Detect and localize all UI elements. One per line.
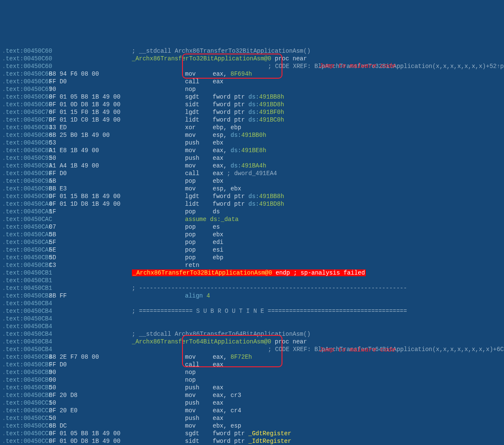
asm-line[interactable]: .text:00450C9D0F 01 15 B8 1B 49 00lgdtfw…: [2, 193, 502, 200]
asm-line[interactable]: .text:00450CB28B FFalign 4: [2, 292, 502, 300]
asm-line[interactable]: .text:00450CBB90nop: [2, 368, 502, 376]
asm-content: moveax, cr3: [132, 391, 241, 399]
asm-line[interactable]: .text:00450C8C53pushebx: [2, 139, 502, 147]
address: .text:00450CAF: [2, 246, 49, 254]
asm-line[interactable]: .text:00450C9B8B E3movesp, ebx: [2, 185, 502, 193]
hex-bytes: 5B: [49, 177, 132, 185]
asm-content: moveax, ds:491BE8h: [132, 147, 266, 154]
asm-line[interactable]: .text:00450CAB1Fpopds: [2, 208, 502, 215]
asm-content: xorebp, ebp: [132, 124, 241, 131]
hex-bytes: 33 ED: [49, 124, 132, 131]
asm-line[interactable]: .text:00450CC150pusheax: [2, 399, 502, 407]
hex-bytes: 0F 01 0D D8 1B 49 00: [49, 101, 132, 108]
asm-content: pusheax: [132, 384, 223, 391]
asm-line[interactable]: .text:00450C868B 25 B0 1B 49 00movesp, d…: [2, 131, 502, 139]
asm-line[interactable]: .text:00450CAD5Bpopebx: [2, 231, 502, 238]
asm-line[interactable]: .text:00450C98FF D0calleax ; dword_491EA…: [2, 170, 502, 177]
asm-line[interactable]: .text:00450CB1_Archx86TransferTo32BitApp…: [2, 269, 502, 277]
address: .text:00450CC6: [2, 422, 49, 430]
address: .text:00450C93: [2, 162, 49, 170]
asm-line[interactable]: .text:00450CB4; CODE XREF: BlpArchTransf…: [2, 346, 502, 353]
asm-content: sidtfword ptr _IdtRegister: [132, 437, 291, 445]
asm-line[interactable]: .text:00450C9250pusheax: [2, 154, 502, 162]
asm-line[interactable]: .text:00450CB4: [2, 315, 502, 323]
asm-line[interactable]: .text:00450CB4; __stdcall Archx86Transfe…: [2, 330, 502, 338]
asm-line[interactable]: .text:00450CB1; ------------------------…: [2, 284, 502, 292]
asm-line[interactable]: .text:00450CB4_Archx86TransferTo64BitApp…: [2, 338, 502, 346]
disassembly-view[interactable]: .text:00450C60; __stdcall Archx86Transfe…: [2, 32, 502, 445]
asm-content: ; CODE XREF: BlpArchTransferTo64BitAppli…: [132, 346, 504, 353]
asm-line[interactable]: .text:00450CAC07popes: [2, 223, 502, 231]
asm-line[interactable]: .text:00450CB4B8 2E F7 08 00moveax, 8F72…: [2, 353, 502, 361]
asm-line[interactable]: .text:00450CB1C3retn: [2, 261, 502, 269]
asm-line[interactable]: .text:00450C93A1 A4 1B 49 00moveax, ds:4…: [2, 162, 502, 170]
asm-line[interactable]: .text:00450CAE5Fpopedi: [2, 238, 502, 246]
address: .text:00450CB1: [2, 277, 49, 284]
asm-content: popds: [132, 208, 220, 215]
address: .text:00450CBC: [2, 376, 49, 384]
address: .text:00450C8D: [2, 147, 49, 154]
asm-line[interactable]: .text:00450C8DA1 E8 1B 49 00moveax, ds:4…: [2, 147, 502, 154]
address: .text:00450C76: [2, 108, 49, 116]
asm-line[interactable]: .text:00450C8433 EDxorebp, ebp: [2, 124, 502, 131]
asm-line[interactable]: .text:00450C6F0F 01 0D D8 1B 49 00sidtfw…: [2, 101, 502, 108]
hex-bytes: [49, 300, 132, 307]
address: .text:00450C60: [2, 70, 49, 78]
asm-content: pushebx: [132, 139, 223, 147]
address: .text:00450CC2: [2, 407, 49, 414]
hex-bytes: 90: [49, 85, 132, 93]
asm-line[interactable]: .text:00450C680F 01 05 B8 1B 49 00sgdtfw…: [2, 93, 502, 101]
hex-bytes: 8B E3: [49, 185, 132, 193]
asm-line[interactable]: .text:00450CBE0F 20 D8moveax, cr3: [2, 391, 502, 399]
asm-line[interactable]: .text:00450CC20F 20 E0moveax, cr4: [2, 407, 502, 414]
address: .text:00450C67: [2, 85, 49, 93]
asm-content: moveax, ds:491BA4h: [132, 162, 266, 170]
hex-bytes: 50: [49, 384, 132, 391]
asm-line[interactable]: .text:00450CB4; =============== S U B R …: [2, 307, 502, 315]
asm-content: lidtfword ptr ds:491BD8h: [132, 200, 284, 208]
asm-line[interactable]: .text:00450CC68B DCmovebx, esp: [2, 422, 502, 430]
asm-line[interactable]: .text:00450C6790nop: [2, 85, 502, 93]
address: .text:00450C65: [2, 78, 49, 85]
asm-content: _Archx86TransferTo32BitApplicationAsm@0 …: [132, 55, 307, 62]
hex-bytes: 90: [49, 368, 132, 376]
asm-line[interactable]: .text:00450C9A5Bpopebx: [2, 177, 502, 185]
asm-line[interactable]: .text:00450C60_Archx86TransferTo32BitApp…: [2, 55, 502, 62]
address: .text:00450CAC: [2, 223, 49, 231]
asm-line[interactable]: .text:00450C60B8 94 F6 08 00moveax, 8F69…: [2, 70, 502, 78]
asm-line[interactable]: .text:00450CB9FF D0calleax: [2, 361, 502, 368]
hex-bytes: 0F 20 D8: [49, 391, 132, 399]
asm-line[interactable]: .text:00450CBC90nop: [2, 376, 502, 384]
asm-line[interactable]: .text:00450C7D0F 01 1D C0 1B 49 00lidtfw…: [2, 116, 502, 124]
asm-line[interactable]: .text:00450CB05Dpopebp: [2, 254, 502, 261]
asm-content: calleax: [132, 361, 223, 368]
asm-line[interactable]: .text:00450CA40F 01 1D D8 1B 49 00lidtfw…: [2, 200, 502, 208]
hex-bytes: 5E: [49, 246, 132, 254]
asm-line[interactable]: .text:00450CBD50pusheax: [2, 384, 502, 391]
address: .text:00450C6F: [2, 101, 49, 108]
hex-bytes: [49, 269, 132, 277]
hex-bytes: 53: [49, 139, 132, 147]
asm-line[interactable]: .text:00450CB4: [2, 323, 502, 330]
hex-bytes: 8B 25 B0 1B 49 00: [49, 131, 132, 139]
asm-content: ; __stdcall Archx86TransferTo32BitApplic…: [132, 47, 310, 55]
asm-line[interactable]: .text:00450CC80F 01 05 B8 1B 49 00sgdtfw…: [2, 430, 502, 437]
asm-line[interactable]: .text:00450CACassume ds:_data: [2, 215, 502, 223]
address: .text:00450CC5: [2, 414, 49, 422]
asm-line[interactable]: .text:00450CAF5Epopesi: [2, 246, 502, 254]
asm-line[interactable]: .text:00450CC550pusheax: [2, 414, 502, 422]
hex-bytes: 50: [49, 154, 132, 162]
asm-line[interactable]: .text:00450C60; __stdcall Archx86Transfe…: [2, 47, 502, 55]
asm-line[interactable]: .text:00450C760F 01 15 F0 1B 49 00lgdtfw…: [2, 108, 502, 116]
asm-line[interactable]: .text:00450CB4: [2, 300, 502, 307]
asm-line[interactable]: .text:00450CCF0F 01 0D D8 1B 49 00sidtfw…: [2, 437, 502, 445]
asm-content: ; =============== S U B R O U T I N E ==…: [132, 307, 407, 315]
asm-content: _Archx86TransferTo32BitApplicationAsm@0 …: [132, 269, 366, 277]
asm-line[interactable]: .text:00450C65FF D0calleax: [2, 78, 502, 85]
asm-content: ; --------------------------------------…: [132, 284, 407, 292]
asm-line[interactable]: .text:00450C60; CODE XREF: BlpArchTransf…: [2, 62, 502, 70]
address: .text:00450CB9: [2, 361, 49, 368]
asm-line[interactable]: .text:00450CB1: [2, 277, 502, 284]
address: .text:00450CA4: [2, 200, 49, 208]
asm-content: sidtfword ptr ds:491BD8h: [132, 101, 284, 108]
